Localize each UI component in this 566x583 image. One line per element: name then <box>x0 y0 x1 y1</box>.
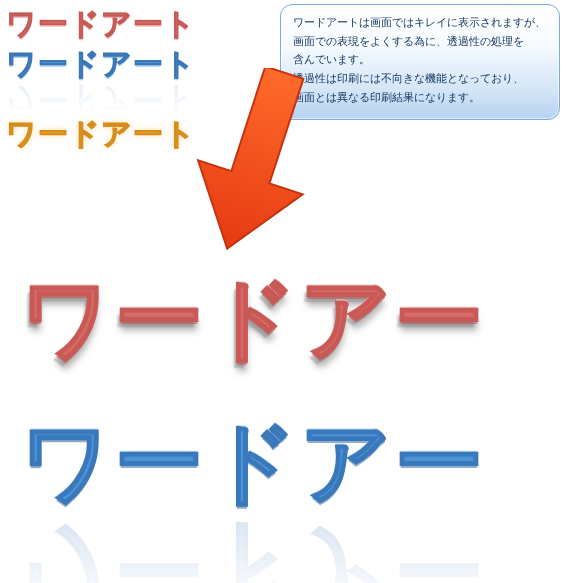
wordart-print-result-blue-reflection: ワードアー <box>20 505 486 583</box>
callout-line: 画面での表現をよくする為に、透過性の処理を <box>293 32 547 51</box>
explanation-callout: ワードアートは画面ではキレイに表示されますが、 画面での表現をよくする為に、透過… <box>280 4 560 120</box>
callout-line: 含んでいます。 <box>293 50 547 69</box>
callout-line: 透過性は印刷には不向きな機能となっており、 <box>293 69 547 88</box>
wordart-sample-blue-small-reflection: ワードアート <box>6 78 196 119</box>
wordart-print-result-red: ワードアー <box>20 258 486 380</box>
wordart-sample-gold-small: ワードアート <box>6 114 196 155</box>
wordart-sample-red-small: ワードアート <box>6 4 196 45</box>
callout-line: ワードアートは画面ではキレイに表示されますが、 <box>293 13 547 32</box>
document-illustration: ワードアート ワードアート ワードアート ワードアート ワードアートは画面ではキ… <box>0 0 566 583</box>
callout-line: 画面とは異なる印刷結果になります。 <box>293 88 547 107</box>
